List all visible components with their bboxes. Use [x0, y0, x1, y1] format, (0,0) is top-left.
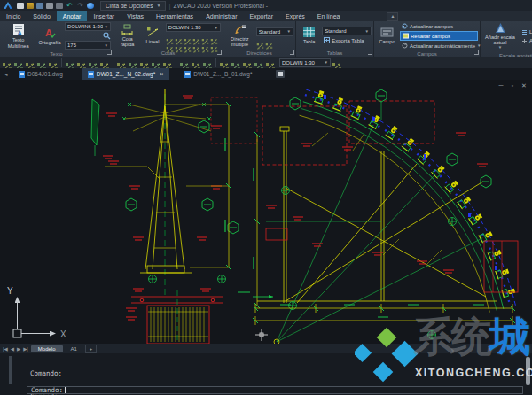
undo-icon[interactable]: ↶ [66, 3, 74, 9]
text-height-dropdown[interactable]: 175▼ [65, 41, 111, 50]
update-fields-button[interactable]: Actualizar campos [400, 22, 478, 30]
dim-tool-icon[interactable] [179, 58, 190, 67]
command-input[interactable]: Comando: [27, 386, 523, 394]
dim-tool-icon[interactable] [162, 58, 173, 67]
text-style-dropdown[interactable]: DOLWIN6 1:30▼ [65, 22, 111, 31]
tab-scroll-icon[interactable]: ◂ [0, 68, 12, 80]
drawing-canvas[interactable]: ─ ▫ ✕ [0, 80, 532, 344]
tab-anotar[interactable]: Anotar [57, 11, 88, 21]
dim-tool-icon[interactable] [116, 58, 127, 67]
dim-tool-icon[interactable] [191, 58, 201, 67]
table-button[interactable]: Tabla [298, 22, 320, 49]
dim-tool-icon[interactable] [139, 58, 150, 67]
dim-tool-icon[interactable] [166, 41, 174, 48]
mtext-button[interactable]: A Texto Multilínea [2, 22, 35, 50]
linear-dim-button[interactable]: Lineal [141, 22, 163, 49]
dim-tool-icon[interactable] [13, 58, 24, 67]
new-layout-button[interactable]: + [85, 345, 98, 353]
mleader-remove-icon[interactable] [265, 37, 273, 44]
dialog-launcher-icon[interactable] [290, 50, 294, 55]
dim-tool-icon[interactable] [184, 33, 192, 40]
tab-vistas[interactable]: Vistas [121, 11, 150, 21]
mleader-style-dropdown[interactable]: Standard▼ [256, 27, 293, 36]
model-tab[interactable]: Modelo [31, 345, 63, 352]
tab-herramientas[interactable]: Herramientas [150, 11, 200, 21]
open-folder-icon[interactable] [27, 3, 34, 9]
dim-tool-icon[interactable] [128, 58, 138, 67]
dim-tool-icon[interactable] [88, 58, 98, 67]
command-scrollbar[interactable] [526, 357, 530, 385]
drawing-tab-2-active[interactable]: DW01_Z..._N_02.dwg* × [82, 68, 170, 80]
command-grip-handle[interactable] [9, 356, 12, 384]
dim-tool-icon[interactable] [166, 33, 174, 40]
dim-tool-icon[interactable] [201, 41, 209, 48]
last-layout-icon[interactable]: ▶| [23, 346, 28, 352]
next-layout-icon[interactable]: ▶ [17, 346, 20, 352]
dim-tool-icon[interactable] [48, 58, 59, 67]
dialog-launcher-icon[interactable] [368, 50, 372, 55]
dim-tool-icon[interactable] [201, 33, 209, 40]
drawing-tab-3[interactable]: DW01_Z..._B_01.dwg* [178, 68, 258, 80]
minimize-icon[interactable]: ─ [497, 82, 505, 89]
dim-tool-icon[interactable] [219, 58, 230, 67]
prev-layout-icon[interactable]: ◀ [11, 346, 14, 352]
dim-tool-icon[interactable] [242, 58, 253, 67]
ribbon-mode-dropdown[interactable]: Cinta de Opciones ▼ [100, 1, 166, 11]
dim-tool-icon[interactable] [210, 33, 218, 40]
highlight-fields-button[interactable]: Resaltar campos [400, 31, 478, 41]
tab-exportar[interactable]: Exportar [244, 11, 279, 21]
dim-tool-icon[interactable] [151, 58, 161, 67]
dim-tool-icon[interactable] [99, 58, 110, 67]
dim-tool-icon[interactable] [175, 33, 183, 40]
new-drawing-icon[interactable] [276, 70, 285, 78]
dim-tool-icon[interactable] [192, 41, 200, 48]
layout-tab-a1[interactable]: A1 [66, 345, 82, 352]
tab-administrar[interactable]: Administrar [200, 11, 243, 21]
save-icon[interactable] [36, 3, 43, 9]
scale-add-button[interactable]: Añadi [520, 37, 532, 45]
dim-tool-icon[interactable] [76, 58, 87, 67]
dialog-launcher-icon[interactable] [217, 50, 222, 55]
spelling-button[interactable]: A Ortografía [36, 22, 63, 50]
multileader-button[interactable]: Directriz múltiple [225, 22, 254, 49]
dim-tool-icon[interactable] [65, 58, 75, 67]
dim-tool-icon[interactable] [332, 58, 342, 67]
dim-tool-icon[interactable] [265, 58, 276, 67]
find-text-icon[interactable] [103, 32, 111, 40]
redo-icon[interactable]: ↷ [76, 3, 84, 9]
dim-tool-icon[interactable] [210, 41, 218, 48]
tab-solido[interactable]: Sólido [27, 11, 56, 21]
dim-tool-icon[interactable] [231, 58, 241, 67]
tab-en-linea[interactable]: En línea [311, 11, 347, 21]
quick-dim-button[interactable]: Cota rápida [115, 22, 139, 49]
dim-tool-icon[interactable] [202, 58, 213, 67]
close-icon[interactable]: × [160, 71, 163, 77]
drawing-tab-1[interactable]: D064J01.dwg [12, 68, 69, 80]
dialog-launcher-icon[interactable] [474, 50, 479, 55]
dim-tool-icon[interactable] [192, 33, 200, 40]
dim-tool-icon[interactable] [2, 58, 12, 67]
new-file-icon[interactable] [17, 3, 24, 9]
close-icon[interactable]: ✕ [520, 82, 528, 89]
dim-tool-icon[interactable] [254, 58, 264, 67]
dim-tool-icon[interactable] [36, 58, 47, 67]
plot-icon[interactable] [56, 3, 63, 9]
first-layout-icon[interactable]: |◀ [3, 346, 8, 352]
table-style-dropdown[interactable]: Standard▼ [322, 27, 372, 35]
dim-tool-icon[interactable] [25, 58, 35, 67]
dim-style-toolbar-dropdown[interactable]: DOLWIN 1:30▼ [279, 58, 331, 67]
tab-expres[interactable]: Exprés [279, 11, 311, 21]
dim-tool-icon[interactable] [184, 41, 192, 48]
field-button[interactable]: Campo [376, 22, 398, 50]
tab-insertar[interactable]: Insertar [87, 11, 121, 21]
restore-icon[interactable]: ▫ [509, 82, 516, 89]
mleader-add-icon[interactable] [256, 37, 264, 44]
print-icon[interactable] [46, 3, 53, 9]
ribbon-collapse-icon[interactable]: ▲ [387, 12, 398, 21]
dim-tool-icon[interactable] [175, 41, 183, 48]
tab-inicio[interactable]: Inicio [0, 11, 27, 21]
auto-update-button[interactable]: Actualizar automáticamente ▼ [400, 42, 478, 50]
export-table-button[interactable]: Exporta Tabla [322, 36, 372, 44]
dim-style-dropdown[interactable]: DOLWIN 1:30▼ [166, 23, 221, 32]
add-current-scale-button[interactable]: Añadir escala actual ▼ [482, 22, 518, 51]
